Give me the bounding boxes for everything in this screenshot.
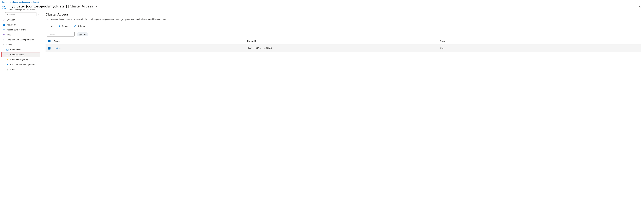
cluster-size-icon	[6, 48, 9, 51]
sidebar-search-input[interactable]	[9, 13, 36, 16]
sidebar-item-label: Secure shell (SSH)	[10, 59, 28, 61]
toolbar: Add Remove Refresh	[46, 23, 641, 30]
sidebar-group-label: Settings	[6, 44, 13, 46]
config-mgmt-icon	[6, 63, 9, 66]
sidebar-item-label: Cluster Access	[10, 54, 24, 56]
sidebar-item-config-mgmt[interactable]: Configuration Management	[2, 62, 40, 67]
select-all-checkbox[interactable]	[48, 40, 50, 42]
svg-point-19	[7, 54, 7, 55]
row-object-id: abcde-12345-abcde-12345	[246, 47, 439, 49]
close-blade-button[interactable]	[638, 4, 642, 8]
main-content: Cluster Access You can control access to…	[40, 12, 644, 52]
sidebar-item-label: Activity log	[7, 24, 16, 26]
type-filter-pill[interactable]: Type : All	[76, 32, 88, 36]
table-header: Name Object ID Type	[46, 38, 641, 44]
section-title: Cluster Access	[46, 13, 641, 17]
reorder-handle-icon[interactable]	[2, 13, 4, 16]
breadcrumb: Home > mycluster (contosopool/mycluster)	[0, 0, 644, 3]
svg-point-7	[6, 14, 8, 15]
type-filter-label: Type :	[78, 33, 84, 36]
svg-rect-12	[4, 24, 4, 25]
page-header: mycluster (contosopool/mycluster) | Clus…	[0, 3, 644, 12]
sidebar-item-label: Configuration Management	[10, 63, 35, 66]
svg-point-16	[4, 29, 5, 30]
svg-rect-14	[4, 25, 4, 25]
section-description: You can control access to the cluster en…	[46, 18, 641, 21]
page-title: mycluster (contosopool/mycluster) | Clus…	[8, 4, 93, 8]
cluster-access-icon	[6, 53, 9, 56]
refresh-icon	[74, 25, 76, 27]
breadcrumb-current[interactable]: mycluster (contosopool/mycluster)	[10, 1, 39, 3]
table-search[interactable]	[47, 32, 74, 37]
row-name-link[interactable]: contoso	[54, 47, 61, 49]
sidebar-item-cluster-size[interactable]: Cluster size	[2, 47, 40, 52]
more-actions-icon[interactable]: ···	[99, 6, 102, 9]
svg-marker-6	[2, 15, 4, 15]
sidebar-item-label: Overview	[7, 19, 15, 21]
sidebar-item-cluster-access[interactable]: Cluster Access	[2, 52, 40, 57]
collapse-sidebar-icon[interactable]	[37, 13, 40, 16]
diagnose-icon	[3, 38, 5, 41]
sidebar-search[interactable]	[5, 12, 36, 17]
trash-icon	[58, 25, 61, 27]
svg-point-1	[4, 6, 5, 7]
row-more-actions[interactable]: ···	[632, 47, 641, 49]
sidebar-item-overview[interactable]: Overview	[2, 17, 40, 22]
activity-log-icon	[3, 24, 5, 26]
refresh-button[interactable]: Refresh	[72, 24, 86, 29]
page-title-main: mycluster (contosopool/mycluster)	[8, 4, 67, 8]
svg-rect-25	[7, 69, 7, 69]
sidebar-item-services[interactable]: Services	[2, 67, 40, 72]
svg-point-17	[3, 34, 4, 35]
page-title-section: Cluster Access	[70, 4, 93, 8]
svg-rect-24	[7, 64, 8, 65]
access-control-icon	[3, 29, 5, 31]
search-icon	[6, 13, 8, 15]
row-checkbox[interactable]	[48, 47, 50, 50]
sidebar: Overview Activity log Access control (IA…	[2, 12, 40, 72]
sidebar-item-activity-log[interactable]: Activity log	[2, 22, 40, 27]
favorite-star-icon[interactable]	[95, 6, 98, 8]
ssh-key-icon	[6, 58, 9, 61]
sidebar-item-label: Access control (IAM)	[7, 29, 26, 31]
sidebar-item-label: Services	[10, 68, 18, 71]
sidebar-item-tags[interactable]: Tags	[2, 32, 40, 37]
add-button[interactable]: Add	[46, 24, 56, 29]
services-icon	[6, 68, 9, 71]
svg-rect-26	[8, 69, 8, 69]
col-object-id[interactable]: Object ID	[246, 40, 439, 42]
svg-line-8	[8, 15, 8, 15]
remove-button-label: Remove	[62, 25, 70, 27]
page-subtitle: Azure HDInsight on AKS cluster	[8, 9, 93, 11]
add-button-label: Add	[50, 25, 54, 27]
svg-rect-13	[4, 25, 4, 25]
sidebar-item-label: Diagnose and solve problems	[7, 39, 34, 41]
remove-button[interactable]: Remove	[57, 24, 71, 29]
breadcrumb-home[interactable]: Home	[2, 1, 6, 3]
table-row[interactable]: contoso abcde-12345-abcde-12345 User ···	[46, 44, 641, 52]
sidebar-item-diagnose[interactable]: Diagnose and solve problems	[2, 37, 40, 42]
access-table: Name Object ID Type contoso abcde-12345-…	[46, 38, 641, 52]
page-title-separator: |	[68, 4, 69, 8]
chevron-down-icon	[2, 44, 4, 46]
svg-point-15	[3, 29, 4, 30]
table-search-input[interactable]	[49, 33, 74, 36]
resource-type-icon	[2, 5, 6, 10]
col-type[interactable]: Type	[439, 40, 632, 42]
svg-point-20	[8, 54, 8, 55]
overview-icon	[3, 19, 5, 21]
col-name[interactable]: Name	[53, 40, 246, 42]
sidebar-item-label: Tags	[7, 34, 11, 36]
svg-rect-27	[7, 70, 8, 70]
sidebar-item-secure-shell[interactable]: Secure shell (SSH)	[2, 57, 40, 62]
sidebar-item-access-control[interactable]: Access control (IAM)	[2, 27, 40, 32]
row-type: User	[439, 47, 632, 49]
svg-marker-9	[3, 19, 5, 21]
sidebar-group-settings[interactable]: Settings	[2, 42, 40, 47]
filter-row: Type : All	[46, 30, 641, 38]
breadcrumb-separator: >	[8, 1, 9, 3]
plus-icon	[47, 25, 49, 27]
svg-point-0	[3, 6, 4, 7]
svg-marker-2	[95, 6, 98, 8]
tags-icon	[3, 33, 5, 36]
